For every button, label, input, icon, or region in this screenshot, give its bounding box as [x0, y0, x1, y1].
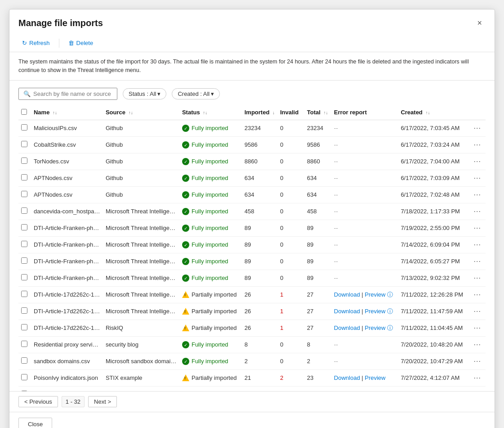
search-input[interactable]: [33, 90, 112, 97]
close-icon-button[interactable]: ×: [473, 17, 486, 30]
row-error-report: --: [331, 270, 398, 286]
row-error-report[interactable]: Download | Preview: [331, 369, 398, 386]
table-header: Name ↑↓ Source ↑↓ Status ↑↓ Imported ↓: [18, 105, 486, 120]
invalid-header[interactable]: Invalid: [277, 105, 304, 120]
error-dash: --: [334, 191, 338, 198]
more-actions-button[interactable]: ···: [472, 123, 483, 133]
row-name: DTI-Article-Franken-phish.csv: [31, 253, 103, 270]
row-checkbox[interactable]: [21, 224, 27, 230]
status-text: Partially imported: [192, 308, 236, 315]
more-actions-button[interactable]: ···: [472, 306, 483, 316]
row-total: 89: [304, 220, 331, 236]
delete-button[interactable]: 🗑 Delete: [65, 38, 97, 48]
table-row: Residential proxy service 911....securit…: [18, 336, 486, 353]
table-row: DTI-Article-17d2262c-1.csvMicrosoft Thre…: [18, 286, 486, 303]
row-checkbox[interactable]: [21, 158, 27, 164]
row-total: 23234: [304, 120, 331, 136]
status-text: Partially imported: [192, 324, 236, 331]
more-actions-button[interactable]: ···: [472, 323, 483, 333]
success-icon: [182, 258, 189, 265]
row-checkbox[interactable]: [21, 141, 27, 147]
preview-link[interactable]: Preview ⓘ: [365, 291, 393, 298]
row-checkbox[interactable]: [21, 324, 27, 330]
row-checkbox[interactable]: [21, 241, 27, 247]
row-checkbox[interactable]: [21, 124, 27, 131]
more-actions-button[interactable]: ···: [472, 273, 483, 283]
row-status: Fully imported: [179, 153, 242, 170]
warning-icon: [182, 374, 189, 381]
row-error-report: --: [331, 336, 398, 353]
preview-link[interactable]: Preview ⓘ: [365, 308, 393, 315]
more-actions-button[interactable]: ···: [472, 140, 483, 150]
row-error-report[interactable]: Download | Preview ⓘ: [331, 303, 398, 320]
imported-header[interactable]: Imported ↓: [242, 105, 277, 120]
row-checkbox[interactable]: [21, 357, 27, 364]
row-checkbox[interactable]: [21, 307, 27, 314]
row-checkbox[interactable]: [21, 374, 27, 380]
row-checkbox-cell: [18, 236, 31, 253]
success-icon: [182, 158, 189, 165]
row-checkbox[interactable]: [21, 274, 27, 280]
row-checkbox[interactable]: [21, 191, 27, 197]
more-actions-button[interactable]: ···: [472, 223, 483, 233]
row-checkbox[interactable]: [21, 207, 27, 214]
close-footer-button[interactable]: Close: [18, 418, 52, 428]
more-actions-button[interactable]: ···: [472, 340, 483, 350]
source-header[interactable]: Source ↑↓: [103, 105, 179, 120]
row-checkbox[interactable]: [21, 257, 27, 264]
more-actions-button[interactable]: ···: [472, 207, 483, 216]
created-filter-chip[interactable]: Created : All ▾: [172, 88, 220, 99]
row-error-report: --: [331, 253, 398, 270]
previous-button[interactable]: < Previous: [18, 396, 58, 407]
status-header[interactable]: Status ↑↓: [179, 105, 242, 120]
dialog-header: Manage file imports ×: [9, 9, 495, 34]
row-error-report: --: [331, 153, 398, 170]
table-row: APTNodes.csvGithubFully imported6340634-…: [18, 170, 486, 186]
select-all-header[interactable]: [18, 105, 31, 120]
row-checkbox[interactable]: [21, 291, 27, 297]
download-link[interactable]: Download: [334, 324, 360, 331]
row-name: Residential proxy service 911....: [31, 336, 103, 353]
download-link[interactable]: Download: [334, 291, 360, 298]
row-checkbox-cell: [18, 153, 31, 170]
more-actions-button[interactable]: ···: [472, 290, 483, 300]
more-actions-button[interactable]: ···: [472, 173, 483, 183]
total-header[interactable]: Total ↑↓: [304, 105, 331, 120]
name-header[interactable]: Name ↑↓: [31, 105, 103, 120]
row-status: Fully imported: [179, 120, 242, 136]
row-actions-cell: ···: [469, 320, 486, 336]
row-source: STIX example: [103, 369, 179, 386]
row-created: 7/18/2022, 1:17:33 PM: [398, 203, 469, 220]
row-total: 634: [304, 186, 331, 203]
row-name: DTI-Article-17d2262c-1.csv: [31, 303, 103, 320]
row-checkbox[interactable]: [21, 341, 27, 347]
row-total: 2: [304, 353, 331, 369]
preview-link[interactable]: Preview: [365, 374, 385, 381]
more-actions-button[interactable]: ···: [472, 373, 483, 383]
refresh-button[interactable]: ↻ Refresh: [18, 38, 54, 48]
more-actions-button[interactable]: ···: [472, 257, 483, 266]
select-all-checkbox[interactable]: [21, 109, 27, 115]
row-total: 42: [304, 386, 331, 391]
more-actions-button[interactable]: ···: [472, 157, 483, 167]
row-created: 6/17/2022, 7:02:48 AM: [398, 186, 469, 203]
download-link[interactable]: Download: [334, 308, 360, 315]
status-text: Fully imported: [192, 175, 228, 181]
next-button[interactable]: Next >: [88, 396, 117, 407]
error-dash: --: [334, 175, 338, 181]
more-actions-button[interactable]: ···: [472, 356, 483, 366]
row-source: Microsoft Threat Intelligenc...: [103, 253, 179, 270]
created-header[interactable]: Created ↑↓: [398, 105, 469, 120]
row-checkbox[interactable]: [21, 174, 27, 180]
row-status: Partially imported: [179, 286, 242, 303]
more-actions-button[interactable]: ···: [472, 190, 483, 200]
search-box[interactable]: 🔍: [18, 88, 117, 100]
download-link[interactable]: Download: [334, 374, 360, 381]
delete-icon: 🗑: [68, 40, 74, 46]
preview-link[interactable]: Preview ⓘ: [365, 324, 393, 331]
error-dash: --: [334, 208, 338, 215]
row-error-report[interactable]: Download | Preview ⓘ: [331, 286, 398, 303]
more-actions-button[interactable]: ···: [472, 240, 483, 250]
status-filter-chip[interactable]: Status : All ▾: [123, 88, 166, 99]
row-error-report[interactable]: Download | Preview ⓘ: [331, 320, 398, 336]
